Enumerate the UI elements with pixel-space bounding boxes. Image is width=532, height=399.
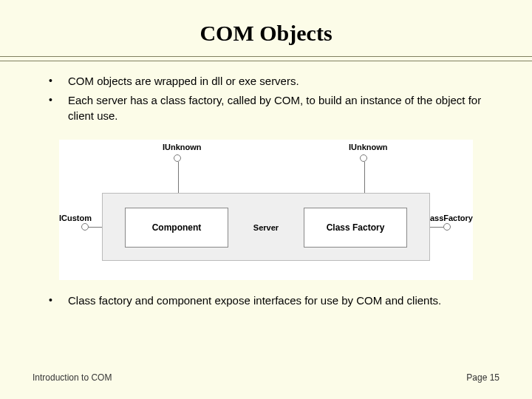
bullet-item: COM objects are wrapped in dll or exe se… — [49, 74, 499, 89]
footer-page-number: Page 15 — [466, 372, 499, 383]
label-iunknown-left: IUnknown — [163, 143, 202, 151]
label-icustom: ICustom — [59, 214, 92, 222]
title-divider — [33, 56, 499, 62]
footer-left: Introduction to COM — [33, 372, 112, 383]
bullet-item: Each server has a class factory, called … — [49, 93, 499, 123]
server-label: Server — [253, 223, 279, 232]
bullet-list-bottom: Class factory and component expose inter… — [33, 293, 499, 308]
slide-footer: Introduction to COM Page 15 — [33, 372, 499, 383]
label-iunknown-right: IUnknown — [349, 143, 388, 151]
component-box: Component — [125, 208, 228, 248]
slide-title: COM Objects — [33, 21, 499, 46]
slide: COM Objects COM objects are wrapped in d… — [0, 0, 532, 399]
bullet-list-top: COM objects are wrapped in dll or exe se… — [33, 74, 499, 123]
class-factory-box: Class Factory — [304, 208, 407, 248]
com-diagram: IUnknown IUnknown ICustom IClassFactory … — [59, 140, 473, 280]
component-label: Component — [152, 222, 202, 233]
class-factory-label: Class Factory — [327, 222, 385, 233]
bullet-item: Class factory and component expose inter… — [49, 293, 499, 308]
server-box: Component Server Class Factory — [102, 193, 430, 261]
